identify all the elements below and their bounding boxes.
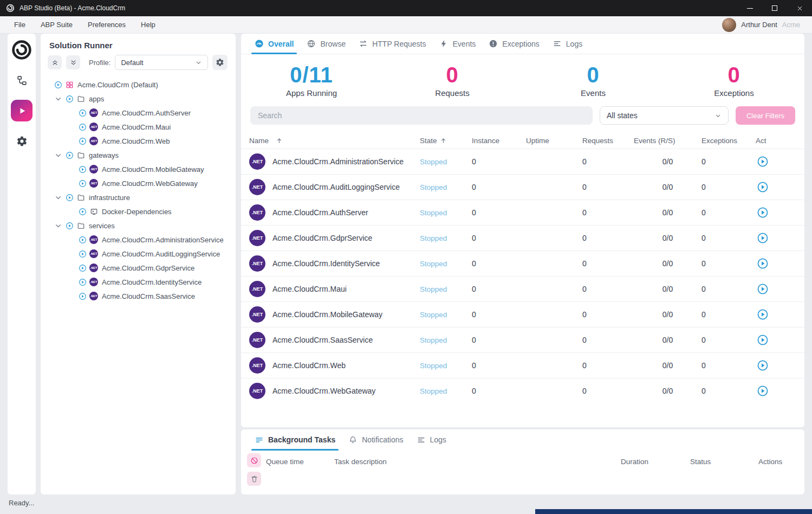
start-app-button[interactable]	[757, 359, 769, 371]
cell-actions	[756, 181, 788, 193]
tree-item-docker-dependencies[interactable]: Docker-Dependencies	[41, 204, 236, 219]
tab-events[interactable]: Events	[433, 34, 483, 54]
maximize-button[interactable]	[762, 0, 787, 16]
table-body: .NETAcme.CloudCrm.AdministrationServiceS…	[241, 149, 804, 403]
table-row-acme-cloudcrm-administrationservice[interactable]: .NETAcme.CloudCrm.AdministrationServiceS…	[241, 149, 804, 174]
tab-background-tasks[interactable]: Background Tasks	[248, 429, 342, 450]
menu-item-abp-suite[interactable]: ABP Suite	[33, 16, 80, 34]
clear-tasks-button[interactable]	[247, 472, 261, 486]
play-circle-icon[interactable]	[65, 94, 74, 103]
play-circle-icon[interactable]	[78, 207, 87, 216]
tree-item-acme-cloudcrm-default[interactable]: Acme.CloudCrm (Default)	[41, 78, 236, 92]
lines-icon	[417, 435, 426, 445]
table-row-acme-cloudcrm-mobilegateway[interactable]: .NETAcme.CloudCrm.MobileGatewayStopped00…	[241, 301, 804, 327]
cell-requests: 0	[582, 234, 634, 242]
start-app-button[interactable]	[757, 156, 769, 168]
tab-label: Exceptions	[502, 40, 539, 48]
profile-select[interactable]: Default	[115, 55, 208, 70]
play-circle-icon[interactable]	[78, 123, 87, 131]
start-app-button[interactable]	[757, 385, 769, 397]
play-circle-icon[interactable]	[78, 235, 87, 244]
solution-runner-icon[interactable]	[11, 100, 33, 121]
play-circle-icon[interactable]	[78, 292, 87, 300]
tab-http-requests[interactable]: HTTP Requests	[352, 34, 432, 54]
tree-item-acme-cloudcrm-administrationservice[interactable]: .NETAcme.CloudCrm.AdministrationService	[41, 233, 236, 247]
tab-logs[interactable]: Logs	[546, 34, 589, 54]
play-circle-icon[interactable]	[78, 264, 87, 272]
tab-overall[interactable]: Overall	[248, 34, 300, 54]
tree-item-acme-cloudcrm-webgateway[interactable]: .NETAcme.CloudCrm.WebGateway	[41, 176, 236, 190]
tree-item-acme-cloudcrm-authserver[interactable]: .NETAcme.CloudCrm.AuthServer	[41, 106, 236, 120]
tab-notifications[interactable]: Notifications	[342, 429, 410, 450]
start-app-button[interactable]	[757, 258, 769, 269]
tab-exceptions[interactable]: Exceptions	[482, 34, 545, 54]
play-circle-icon[interactable]	[78, 249, 87, 258]
tree-item-acme-cloudcrm-mobilegateway[interactable]: .NETAcme.CloudCrm.MobileGateway	[41, 162, 236, 176]
close-button[interactable]	[787, 0, 812, 16]
table-row-acme-cloudcrm-webgateway[interactable]: .NETAcme.CloudCrm.WebGatewayStopped000/0…	[241, 378, 804, 403]
start-app-button[interactable]	[757, 309, 769, 320]
profile-settings-button[interactable]	[212, 55, 228, 70]
tab-logs[interactable]: Logs	[410, 429, 453, 450]
play-circle-icon[interactable]	[78, 278, 87, 286]
menu-item-help[interactable]: Help	[133, 16, 163, 34]
tasks-icon	[255, 435, 264, 445]
start-app-button[interactable]	[757, 334, 769, 346]
tree-item-services[interactable]: services	[41, 219, 236, 233]
play-circle-icon[interactable]	[78, 165, 87, 174]
expand-all-button[interactable]	[66, 55, 80, 69]
tree-item-infrastructure[interactable]: infrastructure	[41, 190, 236, 204]
menu-item-file[interactable]: File	[7, 16, 33, 34]
table-row-acme-cloudcrm-saasservice[interactable]: .NETAcme.CloudCrm.SaasServiceStopped000/…	[241, 327, 804, 352]
start-app-button[interactable]	[757, 207, 769, 219]
table-row-acme-cloudcrm-gdprservice[interactable]: .NETAcme.CloudCrm.GdprServiceStopped000/…	[241, 225, 804, 250]
bell-icon	[348, 435, 358, 445]
play-circle-icon[interactable]	[78, 179, 87, 188]
clear-filters-button[interactable]: Clear Filters	[736, 106, 795, 125]
tree-item-gateways[interactable]: gateways	[41, 148, 236, 162]
play-circle-icon[interactable]	[78, 137, 87, 145]
play-circle-icon[interactable]	[65, 151, 74, 159]
user-avatar[interactable]	[722, 18, 736, 32]
table-row-acme-cloudcrm-identityservice[interactable]: .NETAcme.CloudCrm.IdentityServiceStopped…	[241, 250, 804, 276]
table-row-acme-cloudcrm-web[interactable]: .NETAcme.CloudCrm.WebStopped000/00	[241, 352, 804, 378]
solution-explorer-icon[interactable]	[11, 69, 33, 91]
minimize-button[interactable]	[737, 0, 762, 16]
play-circle-icon[interactable]	[54, 80, 62, 89]
folder-icon	[76, 151, 85, 159]
tree-item-acme-cloudcrm-identityservice[interactable]: .NETAcme.CloudCrm.IdentityService	[41, 275, 236, 289]
chevron-down-icon[interactable]	[54, 221, 62, 230]
stat-label: Events	[523, 88, 664, 98]
chevron-down-icon[interactable]	[54, 151, 62, 159]
play-circle-icon[interactable]	[65, 193, 74, 202]
start-app-button[interactable]	[757, 283, 769, 295]
collapse-all-button[interactable]	[48, 55, 62, 69]
play-circle-icon[interactable]	[78, 108, 87, 117]
chevron-down-icon[interactable]	[54, 193, 62, 202]
tree-item-acme-cloudcrm-gdprservice[interactable]: .NETAcme.CloudCrm.GdprService	[41, 261, 236, 275]
tab-browse[interactable]: Browse	[300, 34, 352, 54]
chevron-down-icon[interactable]	[54, 94, 62, 103]
tree-item-acme-cloudcrm-maui[interactable]: .NETAcme.CloudCrm.Maui	[41, 120, 236, 134]
dotnet-icon: .NET	[249, 281, 265, 297]
state-filter-select[interactable]: All states	[600, 106, 729, 125]
menu-item-preferences[interactable]: Preferences	[80, 16, 133, 34]
cancel-task-button[interactable]	[247, 453, 261, 467]
tree-item-apps[interactable]: apps	[41, 92, 236, 106]
table-row-acme-cloudcrm-auditloggingservice[interactable]: .NETAcme.CloudCrm.AuditLoggingServiceSto…	[241, 174, 804, 200]
cell-instance: 0	[472, 310, 526, 319]
table-row-acme-cloudcrm-authserver[interactable]: .NETAcme.CloudCrm.AuthServerStopped000/0…	[241, 200, 804, 225]
tree-item-acme-cloudcrm-web[interactable]: .NETAcme.CloudCrm.Web	[41, 134, 236, 148]
tree-item-acme-cloudcrm-auditloggingservice[interactable]: .NETAcme.CloudCrm.AuditLoggingService	[41, 247, 236, 261]
settings-icon[interactable]	[11, 130, 33, 152]
start-app-button[interactable]	[757, 181, 769, 193]
table-row-acme-cloudcrm-maui[interactable]: .NETAcme.CloudCrm.MauiStopped000/00	[241, 276, 804, 301]
start-app-button[interactable]	[757, 232, 769, 244]
column-header-state[interactable]: State	[420, 137, 472, 145]
column-header-name[interactable]: Name	[249, 137, 420, 145]
tree-item-acme-cloudcrm-saasservice[interactable]: .NETAcme.CloudCrm.SaasService	[41, 289, 236, 303]
play-circle-icon[interactable]	[65, 221, 74, 230]
search-input[interactable]	[250, 106, 593, 125]
double-chevron-down-icon	[69, 59, 77, 67]
cell-exceptions: 0	[701, 234, 756, 242]
